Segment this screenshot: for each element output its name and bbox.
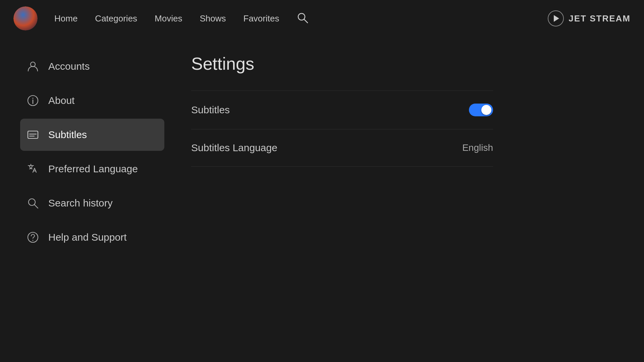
nav-categories[interactable]: Categories — [95, 13, 137, 24]
nav-links: Home Categories Movies Shows Favorites — [54, 12, 548, 25]
sidebar: Accounts About Subtitles — [0, 37, 164, 362]
svg-point-9 — [29, 199, 35, 205]
sidebar-label-help-support: Help and Support — [48, 232, 127, 243]
sidebar-label-about: About — [48, 95, 74, 106]
svg-line-10 — [35, 205, 38, 208]
svg-point-12 — [33, 240, 34, 241]
help-icon — [27, 231, 39, 243]
search-history-icon — [27, 197, 39, 209]
subtitles-label: Subtitles — [191, 104, 230, 116]
page-title: Settings — [191, 54, 617, 74]
play-triangle — [554, 15, 559, 22]
main-content: Accounts About Subtitles — [0, 37, 644, 362]
subtitles-language-value: English — [462, 142, 493, 153]
svg-point-0 — [298, 13, 305, 20]
info-icon — [27, 95, 39, 107]
nav-favorites[interactable]: Favorites — [244, 13, 279, 24]
brand-name: JET STREAM — [569, 13, 631, 24]
brand-play-icon — [548, 10, 564, 26]
toggle-thumb — [481, 105, 491, 115]
search-icon[interactable] — [297, 12, 309, 25]
svg-rect-6 — [28, 131, 38, 138]
brand: JET STREAM — [548, 10, 631, 26]
sidebar-item-accounts[interactable]: Accounts — [20, 50, 164, 82]
sidebar-label-preferred-language: Preferred Language — [48, 163, 138, 175]
sidebar-label-search-history: Search history — [48, 197, 113, 209]
sidebar-item-subtitles[interactable]: Subtitles — [20, 119, 164, 151]
person-icon — [27, 60, 39, 72]
sidebar-item-preferred-language[interactable]: Preferred Language — [20, 153, 164, 185]
settings-row-subtitles: Subtitles — [191, 90, 493, 129]
settings-content: Settings Subtitles Subtitles Language En… — [164, 37, 644, 362]
subtitles-language-label: Subtitles Language — [191, 142, 277, 154]
nav-home[interactable]: Home — [54, 13, 77, 24]
svg-point-2 — [31, 62, 35, 67]
top-navigation: Home Categories Movies Shows Favorites J… — [0, 0, 644, 37]
sidebar-item-search-history[interactable]: Search history — [20, 187, 164, 219]
sidebar-label-subtitles: Subtitles — [48, 129, 87, 140]
svg-point-5 — [33, 98, 34, 99]
translate-icon — [27, 163, 39, 175]
nav-shows[interactable]: Shows — [200, 13, 226, 24]
avatar[interactable] — [13, 6, 38, 31]
subtitles-toggle[interactable] — [469, 104, 493, 116]
avatar-image — [13, 6, 38, 31]
sidebar-item-about[interactable]: About — [20, 84, 164, 117]
subtitles-icon — [27, 129, 39, 141]
sidebar-label-accounts: Accounts — [48, 61, 90, 72]
settings-row-subtitles-language[interactable]: Subtitles Language English — [191, 129, 493, 167]
nav-movies[interactable]: Movies — [155, 13, 182, 24]
svg-line-1 — [304, 19, 308, 23]
settings-list: Subtitles Subtitles Language English — [191, 90, 493, 167]
sidebar-item-help-support[interactable]: Help and Support — [20, 221, 164, 253]
